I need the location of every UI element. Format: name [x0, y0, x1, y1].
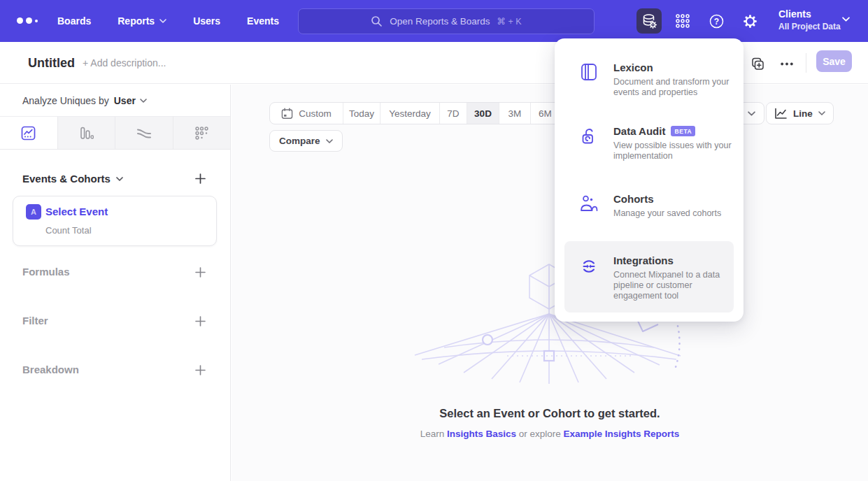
example-insights-reports-link[interactable]: Example Insights Reports: [564, 429, 680, 439]
mixpanel-logo[interactable]: [17, 17, 38, 24]
bar-chart-icon: [79, 126, 94, 141]
nav-item-users[interactable]: Users: [193, 15, 220, 27]
chevron-down-icon: [748, 111, 755, 116]
date-range-label: Yesterday: [389, 108, 431, 119]
global-search-input[interactable]: Open Reports & Boards ⌘ + K: [298, 8, 595, 34]
date-range-label: Custom: [299, 108, 332, 119]
menu-item-integrations[interactable]: Integrations Connect Mixpanel to a data …: [555, 254, 744, 310]
chevron-down-icon: [140, 99, 147, 103]
count-total-label[interactable]: Count Total: [45, 225, 92, 236]
chevron-down-icon: [116, 177, 123, 181]
project-name: All Project Data: [778, 21, 841, 32]
breakdown-label: Breakdown: [22, 364, 79, 375]
analyze-value-dropdown[interactable]: User: [114, 95, 147, 106]
apps-grid-button[interactable]: [670, 8, 695, 34]
grid-apps-icon: [675, 13, 690, 29]
add-event-button[interactable]: [192, 170, 208, 187]
menu-item-description: Manage your saved cohorts: [613, 208, 739, 219]
plus-icon: [195, 365, 206, 375]
chart-type-tabs: [0, 116, 230, 150]
chevron-down-icon: [159, 19, 166, 23]
ellipsis-icon: [781, 62, 793, 66]
mixpanel-insights-page: Boards Reports Users Events Open Reports…: [0, 0, 868, 481]
nav-item-boards[interactable]: Boards: [57, 15, 91, 27]
date-range-today[interactable]: Today: [343, 103, 380, 124]
line-chart-icon: [21, 126, 36, 141]
select-event-card[interactable]: A Select Event Count Total: [13, 196, 217, 246]
date-range-yesterday[interactable]: Yesterday: [380, 103, 440, 124]
more-actions-button[interactable]: [778, 55, 795, 72]
menu-item-description: Document and transform your events and p…: [613, 77, 739, 98]
copy-plus-icon: [750, 57, 764, 71]
help-button[interactable]: ?: [704, 8, 729, 34]
add-filter-button[interactable]: [192, 313, 208, 329]
plus-icon: [195, 316, 206, 326]
tab-flows[interactable]: [115, 117, 173, 149]
logo-dot: [35, 20, 38, 22]
settings-button[interactable]: [737, 8, 762, 34]
database-gear-icon: [641, 13, 657, 29]
nav-label: Users: [193, 15, 220, 27]
chevron-down-icon: [818, 111, 825, 115]
plus-icon: [195, 267, 206, 278]
divider: [806, 53, 806, 73]
nav-item-events[interactable]: Events: [247, 15, 279, 27]
report-description-placeholder[interactable]: + Add description...: [83, 57, 166, 69]
date-range-label: 7D: [447, 108, 459, 119]
event-series-badge: A: [26, 204, 41, 220]
report-canvas: Custom Today Yesterday 7D 30D 3M 6M Comp…: [232, 85, 868, 481]
tab-bar-chart[interactable]: [58, 117, 116, 149]
add-breakdown-button[interactable]: [192, 361, 208, 378]
date-range-label: 6M: [539, 108, 552, 119]
data-management-button[interactable]: [636, 8, 662, 34]
menu-item-lexicon[interactable]: Lexicon Document and transform your even…: [555, 62, 744, 117]
date-range-30d[interactable]: 30D: [467, 103, 499, 124]
nav-label: Events: [247, 15, 279, 27]
or-explore-text: or explore: [519, 429, 561, 439]
filter-label: Filter: [22, 315, 48, 326]
duplicate-report-button[interactable]: [748, 55, 765, 72]
events-cohorts-header[interactable]: Events & Cohorts: [22, 173, 123, 185]
logo-dot: [17, 17, 23, 24]
data-management-menu: Lexicon Document and transform your even…: [555, 38, 744, 322]
chevron-down-icon: [842, 17, 850, 22]
plus-icon: [195, 173, 206, 184]
tab-retention-grid[interactable]: [173, 117, 231, 149]
insights-basics-link[interactable]: Insights Basics: [447, 429, 516, 439]
tab-insights-line[interactable]: [0, 117, 58, 149]
date-range-7d[interactable]: 7D: [440, 103, 467, 124]
project-selector[interactable]: Clients All Project Data: [778, 8, 841, 32]
date-range-label: 30D: [474, 108, 492, 119]
beta-badge: BETA: [671, 126, 695, 136]
menu-item-data-audit[interactable]: Data Audit BETA View possible issues wit…: [555, 125, 744, 181]
compare-button[interactable]: Compare: [269, 130, 343, 152]
integrations-sync-icon: [580, 257, 598, 275]
events-cohorts-label: Events & Cohorts: [22, 173, 111, 185]
analyze-value-text: User: [114, 95, 136, 106]
add-formula-button[interactable]: [192, 264, 208, 280]
select-event-label[interactable]: Select Event: [45, 206, 108, 217]
menu-item-title: Data Audit: [613, 125, 665, 137]
logo-dot: [26, 17, 32, 24]
analyze-uniques-row: Analyze Uniques by User: [0, 85, 230, 116]
help-icon: ?: [709, 13, 725, 29]
nav-item-reports[interactable]: Reports: [118, 15, 166, 27]
chart-type-selector[interactable]: Line: [766, 102, 834, 124]
cohorts-users-icon: [580, 194, 598, 213]
org-name: Clients: [778, 8, 841, 21]
save-button[interactable]: Save: [816, 50, 852, 72]
dots-grid-icon: [194, 126, 209, 141]
date-range-3m[interactable]: 3M: [499, 103, 531, 124]
menu-item-cohorts[interactable]: Cohorts Manage your saved cohorts: [555, 193, 744, 235]
date-range-custom[interactable]: Custom: [270, 103, 343, 124]
menu-item-title: Lexicon: [613, 62, 653, 73]
compare-label: Compare: [279, 136, 320, 146]
calendar-icon: [281, 108, 293, 120]
formulas-label: Formulas: [22, 266, 70, 278]
report-title[interactable]: Untitled: [28, 56, 75, 71]
menu-item-description: View possible issues with your implement…: [613, 141, 739, 161]
search-shortcut: ⌘ + K: [497, 16, 522, 27]
menu-item-title: Integrations: [613, 254, 674, 266]
line-chart-icon: [774, 108, 788, 120]
flow-sankey-icon: [136, 126, 152, 141]
